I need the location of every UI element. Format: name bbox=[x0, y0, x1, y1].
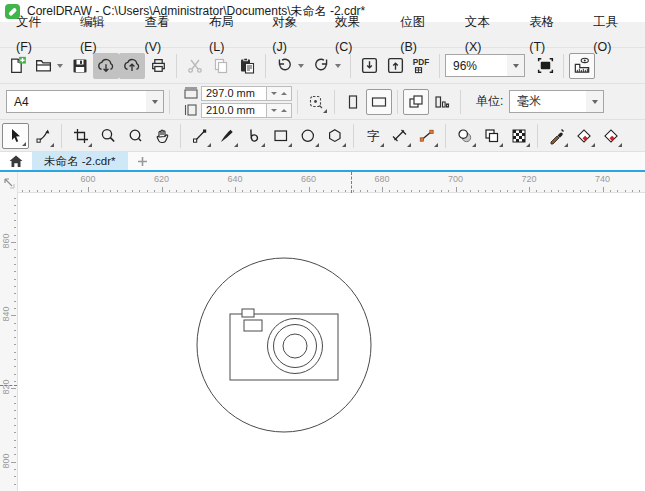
landscape-button[interactable] bbox=[366, 89, 392, 115]
drawing-canvas[interactable] bbox=[18, 193, 645, 491]
page-height-icon bbox=[181, 103, 201, 118]
drop-shadow-tool[interactable] bbox=[451, 123, 478, 149]
propbar-separator bbox=[460, 90, 461, 114]
camera-drawing[interactable] bbox=[18, 193, 645, 491]
publish-pdf-button[interactable]: PDF bbox=[408, 53, 434, 79]
polygon-tool-icon bbox=[326, 127, 344, 145]
ruler-strip: 600620640660680700720740 bbox=[0, 172, 645, 193]
nudge-offset-button[interactable] bbox=[303, 89, 329, 115]
page-height-input[interactable]: 210.0 mm bbox=[201, 103, 267, 118]
all-pages-button[interactable] bbox=[403, 89, 429, 115]
units-caret[interactable] bbox=[586, 91, 603, 112]
crop-tool[interactable] bbox=[67, 123, 94, 149]
smart-fill-tool[interactable] bbox=[597, 123, 624, 149]
copy-button[interactable] bbox=[208, 53, 234, 79]
new-document-button[interactable] bbox=[4, 53, 30, 79]
fullscreen-preview-button[interactable] bbox=[532, 53, 558, 79]
eyedropper-icon bbox=[548, 127, 566, 145]
redo-button[interactable] bbox=[308, 53, 334, 79]
crop-tool-icon bbox=[72, 127, 90, 145]
rectangle-tool[interactable] bbox=[267, 123, 294, 149]
menu-text[interactable]: 文本(X) bbox=[451, 10, 516, 60]
pattern-fill-icon bbox=[510, 127, 528, 145]
export-button[interactable] bbox=[382, 53, 408, 79]
propbar-separator bbox=[334, 90, 335, 114]
vertical-ruler[interactable]: 860840820800 bbox=[0, 193, 18, 491]
property-bar: A4 297.0 mm 210.0 mm bbox=[0, 84, 645, 120]
camera-flash[interactable] bbox=[244, 320, 262, 331]
page-size-value: A4 bbox=[7, 95, 146, 109]
open-dropdown-caret[interactable] bbox=[57, 64, 63, 68]
artistic-media-tool[interactable] bbox=[213, 123, 240, 149]
plus-icon bbox=[137, 156, 148, 167]
propbar-separator bbox=[297, 90, 298, 114]
interactive-fill-tool[interactable] bbox=[570, 123, 597, 149]
page-width-input[interactable]: 297.0 mm bbox=[201, 86, 267, 101]
cloud-download-button[interactable] bbox=[93, 53, 119, 79]
cloud-upload-button[interactable] bbox=[119, 53, 145, 79]
paste-icon bbox=[238, 57, 256, 75]
toolbox-separator bbox=[61, 124, 62, 148]
workspace: 860840820800 bbox=[0, 193, 645, 491]
camera-shutter[interactable] bbox=[242, 309, 254, 317]
toolbox-separator bbox=[353, 124, 354, 148]
toolbar-separator bbox=[350, 54, 351, 78]
zoom-level-combobox[interactable]: 96% bbox=[445, 54, 525, 77]
open-document-button[interactable] bbox=[30, 53, 56, 79]
document-tab-title: 未命名 -2.cdr* bbox=[44, 154, 116, 169]
paste-button[interactable] bbox=[234, 53, 260, 79]
text-tool[interactable]: 字 bbox=[359, 123, 386, 149]
ruler-origin-corner[interactable] bbox=[0, 172, 18, 193]
home-icon bbox=[9, 155, 23, 168]
pick-tool[interactable] bbox=[2, 123, 29, 149]
open-folder-icon bbox=[34, 56, 53, 75]
new-tab-button[interactable] bbox=[128, 152, 158, 170]
horizontal-ruler[interactable]: 600620640660680700720740 bbox=[18, 172, 645, 193]
svg-text:字: 字 bbox=[366, 129, 379, 143]
import-button[interactable] bbox=[356, 53, 382, 79]
zoom-dropdown-caret[interactable] bbox=[507, 55, 524, 76]
page-size-combobox[interactable]: A4 bbox=[6, 90, 164, 113]
redo-dropdown-caret[interactable] bbox=[335, 64, 341, 68]
undo-dropdown-caret[interactable] bbox=[298, 64, 304, 68]
cut-button[interactable] bbox=[182, 53, 208, 79]
pan-tool[interactable] bbox=[148, 123, 175, 149]
show-rulers-button[interactable] bbox=[569, 53, 595, 79]
zoom-tool[interactable] bbox=[94, 123, 121, 149]
save-button[interactable] bbox=[67, 53, 93, 79]
transparency-tool[interactable] bbox=[478, 123, 505, 149]
page-height-spinner[interactable] bbox=[267, 103, 292, 118]
document-tab-active[interactable]: 未命名 -2.cdr* bbox=[32, 152, 128, 170]
freehand-tool[interactable] bbox=[186, 123, 213, 149]
propbar-separator bbox=[169, 90, 170, 114]
h-ruler-label: 620 bbox=[154, 174, 169, 184]
undo-button[interactable] bbox=[271, 53, 297, 79]
copy-icon bbox=[212, 57, 230, 75]
page-size-caret[interactable] bbox=[146, 91, 163, 112]
color-eyedropper-tool[interactable] bbox=[543, 123, 570, 149]
coreldraw-window: CorelDRAW - C:\Users\Administrator\Docum… bbox=[0, 0, 645, 491]
ruler-eye-icon bbox=[572, 56, 592, 76]
ruler-origin-icon bbox=[3, 177, 15, 189]
v-ruler-label: 860 bbox=[1, 232, 11, 250]
current-page-button[interactable] bbox=[429, 89, 455, 115]
toolbar-separator bbox=[563, 54, 564, 78]
units-combobox[interactable]: 毫米 bbox=[509, 90, 604, 113]
zoom-area-tool[interactable] bbox=[121, 123, 148, 149]
page-width-spinner[interactable] bbox=[267, 86, 292, 101]
welcome-home-button[interactable] bbox=[0, 152, 32, 170]
dimension-tool[interactable] bbox=[386, 123, 413, 149]
ellipse-tool[interactable] bbox=[294, 123, 321, 149]
lens-inner[interactable] bbox=[283, 334, 307, 358]
propbar-separator bbox=[397, 90, 398, 114]
dimension-tool-icon bbox=[391, 127, 409, 145]
portrait-button[interactable] bbox=[340, 89, 366, 115]
connector-tool[interactable] bbox=[413, 123, 440, 149]
pattern-fill-tool[interactable] bbox=[505, 123, 532, 149]
cloud-download-icon bbox=[96, 56, 116, 76]
polygon-tool[interactable] bbox=[321, 123, 348, 149]
h-ruler-label: 700 bbox=[448, 174, 463, 184]
print-button[interactable] bbox=[145, 53, 171, 79]
shape-tool[interactable] bbox=[29, 123, 56, 149]
curve-tool[interactable] bbox=[240, 123, 267, 149]
